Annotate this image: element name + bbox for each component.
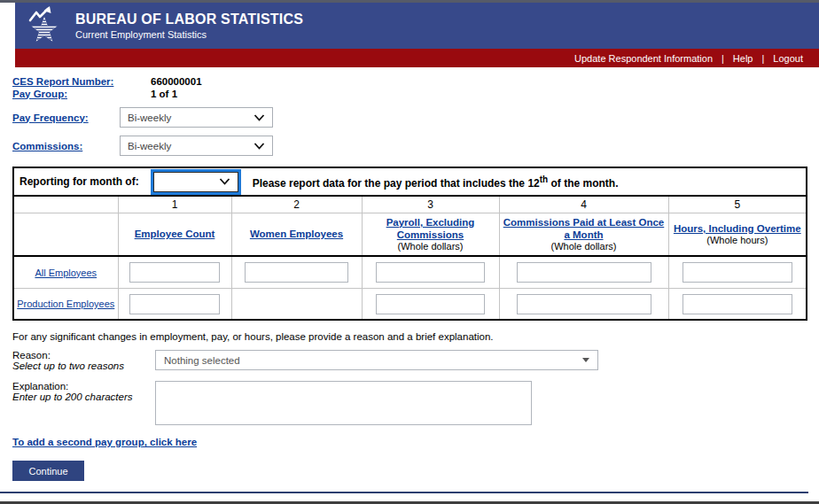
update-respondent-link[interactable]: Update Respondent Information — [574, 53, 713, 64]
banner-text: BUREAU OF LABOR STATISTICS Current Emplo… — [75, 12, 303, 40]
report-table: Reporting for month of: Please report da… — [12, 167, 807, 321]
column-number: 4 — [499, 196, 668, 213]
pay-frequency-row: Pay Frequency: Bi-weekly — [12, 107, 807, 128]
banner-title: BUREAU OF LABOR STATISTICS — [75, 12, 303, 27]
explanation-label: Explanation: — [12, 381, 155, 392]
pay-frequency-label[interactable]: Pay Frequency: — [12, 112, 89, 123]
production-hours-input[interactable] — [682, 294, 792, 314]
ces-report-number-row: CES Report Number: 660000001 — [12, 75, 807, 87]
bls-logo-icon — [24, 5, 65, 46]
commissions-label[interactable]: Commissions: — [12, 141, 82, 151]
ces-report-number-value: 660000001 — [151, 76, 202, 87]
column-number: 1 — [118, 196, 231, 213]
reason-row: Reason: Select up to two reasons Nothing… — [12, 350, 807, 371]
pay-group-label[interactable]: Pay Group: — [12, 89, 67, 99]
column-number: 5 — [668, 196, 807, 213]
reporting-month-label: Reporting for month of: — [20, 175, 139, 188]
pay-frequency-select[interactable]: Bi-weekly — [120, 107, 273, 128]
column-number-row: 1 2 3 4 5 — [13, 196, 807, 213]
column-number: 3 — [362, 196, 499, 213]
chevron-down-icon — [254, 114, 265, 121]
production-commissions-input[interactable] — [517, 294, 651, 314]
main-content: CES Report Number: 660000001 Pay Group: … — [0, 67, 819, 481]
payroll-unit: (Whole dollars) — [366, 241, 495, 252]
caret-down-icon — [582, 358, 589, 362]
column-header-row: Employee Count Women Employees Payroll, … — [13, 213, 807, 256]
reporting-month-row: Reporting for month of: Please report da… — [13, 167, 807, 196]
pay-group-row: Pay Group: 1 of 1 — [12, 88, 807, 99]
banner-subtitle: Current Employment Statistics — [75, 29, 303, 40]
production-employees-link[interactable]: Production Employees — [17, 298, 114, 310]
reporting-month-select[interactable] — [153, 172, 238, 192]
explanation-label-block: Explanation: Enter up to 200 characters — [12, 381, 155, 425]
hours-header-link[interactable]: Hours, Including Overtime — [674, 222, 801, 235]
production-employees-row: Production Employees — [13, 288, 807, 320]
bls-banner: BUREAU OF LABOR STATISTICS Current Emplo… — [15, 3, 819, 49]
all-commissions-input[interactable] — [517, 262, 651, 283]
all-employees-count-input[interactable] — [129, 262, 220, 283]
column-number: 2 — [231, 196, 362, 213]
explanation-row: Explanation: Enter up to 200 characters — [12, 381, 807, 425]
pay-frequency-selected: Bi-weekly — [128, 112, 171, 123]
explanation-hint: Enter up to 200 characters — [12, 392, 155, 402]
women-employees-header-link[interactable]: Women Employees — [250, 228, 343, 240]
commissions-row: Commissions: Bi-weekly — [12, 136, 807, 156]
reason-label-block: Reason: Select up to two reasons — [12, 350, 155, 371]
corner-cell — [13, 213, 118, 256]
reason-hint: Select up to two reasons — [12, 361, 155, 371]
commissions-paid-header-link[interactable]: Commissions Paid at Least Once a Month — [503, 216, 665, 242]
add-pay-group-link[interactable]: To add a second pay group, click here — [12, 437, 197, 447]
commissions-unit: (Whole dollars) — [503, 241, 665, 252]
continue-button[interactable]: Continue — [12, 461, 84, 481]
page: BUREAU OF LABOR STATISTICS Current Emplo… — [0, 0, 819, 504]
nav-separator: | — [761, 53, 764, 64]
reporting-note: Please report data for the pay period th… — [253, 174, 619, 190]
hours-unit: (Whole hours) — [673, 235, 803, 246]
commissions-selected: Bi-weekly — [128, 141, 171, 151]
payroll-header-link[interactable]: Payroll, Excluding Commissions — [366, 216, 495, 242]
all-hours-input[interactable] — [682, 262, 792, 283]
ces-report-number-label[interactable]: CES Report Number: — [12, 76, 113, 87]
employee-count-header-link[interactable]: Employee Count — [135, 228, 215, 240]
chevron-down-icon — [254, 143, 265, 150]
chevron-down-icon — [219, 178, 230, 185]
top-nav-bar: Update Respondent Information | Help | L… — [15, 49, 819, 67]
production-payroll-input[interactable] — [376, 294, 485, 314]
all-employees-row: All Employees — [13, 256, 807, 288]
all-employees-link[interactable]: All Employees — [35, 267, 97, 279]
empty-cell — [231, 288, 362, 320]
explanation-textarea[interactable] — [155, 381, 532, 425]
reason-select[interactable]: Nothing selected — [155, 350, 598, 370]
production-employees-count-input[interactable] — [129, 294, 220, 314]
all-women-employees-input[interactable] — [245, 262, 348, 283]
pay-group-value: 1 of 1 — [151, 89, 177, 99]
changes-intro: For any significant changes in employmen… — [12, 331, 807, 342]
logout-link[interactable]: Logout — [773, 53, 803, 64]
help-link[interactable]: Help — [733, 53, 753, 64]
reason-label: Reason: — [12, 350, 155, 361]
commissions-select[interactable]: Bi-weekly — [120, 136, 273, 156]
all-payroll-input[interactable] — [376, 262, 485, 283]
reason-selected: Nothing selected — [164, 355, 240, 366]
nav-separator: | — [722, 53, 724, 64]
corner-cell — [13, 196, 118, 213]
